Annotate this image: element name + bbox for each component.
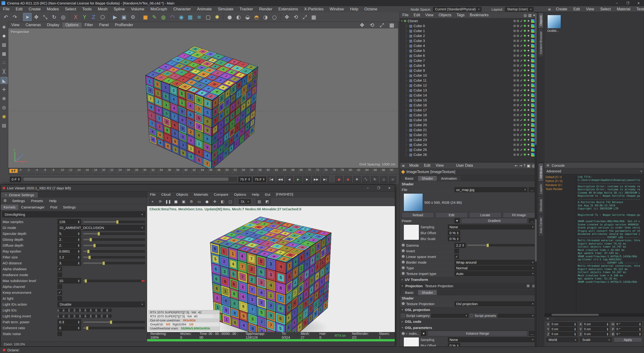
projection-tab-basic[interactable]: Basic bbox=[401, 290, 418, 295]
state-dot-icon[interactable] bbox=[524, 129, 526, 131]
console-hscrollbar[interactable] bbox=[544, 314, 644, 316]
state-dot-icon[interactable] bbox=[524, 109, 526, 111]
viewport-toggle-icon[interactable]: ▦ bbox=[310, 13, 318, 21]
twirl-icon[interactable]: ▸ bbox=[406, 332, 408, 335]
scale-key-toggle[interactable]: ⤡ bbox=[362, 176, 370, 182]
enabled-check-icon[interactable]: ✓ bbox=[520, 98, 523, 102]
viewport-menu-prorender[interactable]: ProRender bbox=[112, 22, 136, 28]
light-id-checkbox[interactable] bbox=[65, 309, 68, 312]
display-mode-icon[interactable]: ◐ bbox=[234, 13, 243, 21]
state-dot-icon[interactable] bbox=[524, 20, 526, 22]
enabled-check-icon[interactable]: ✓ bbox=[520, 64, 523, 68]
object-manager-menu-bookmarks[interactable]: Bookmarks bbox=[467, 12, 491, 18]
twirl-icon[interactable]: ▾ bbox=[402, 308, 403, 311]
slider-handle[interactable] bbox=[110, 320, 112, 324]
am-up-icon[interactable]: ⤒ bbox=[524, 164, 526, 168]
light-ids-action-select[interactable]: Disable▾ bbox=[58, 302, 145, 307]
workplane-lock-tool[interactable]: ▤ bbox=[0, 122, 8, 129]
edges-mode-tool[interactable]: ╳ bbox=[0, 68, 8, 75]
menu-volume[interactable]: Volume bbox=[128, 6, 148, 12]
phong-tag-icon[interactable]: ✦ bbox=[527, 58, 530, 63]
kernel-param-slider[interactable] bbox=[83, 238, 145, 241]
phong-tag-icon[interactable]: ✦ bbox=[527, 64, 530, 68]
parameter-slider[interactable] bbox=[467, 244, 535, 246]
redo-icon[interactable]: ↷ bbox=[10, 13, 19, 21]
world-select[interactable]: World▾ bbox=[546, 338, 578, 342]
layer-toggle-icon[interactable] bbox=[514, 44, 516, 47]
object-row[interactable]: ▧Cube 4✓✦ bbox=[400, 43, 537, 48]
phong-tag-icon[interactable]: ✦ bbox=[527, 44, 530, 48]
enabled-check-icon[interactable]: ✓ bbox=[520, 152, 523, 157]
dl-mode-select[interactable]: DL▾ bbox=[239, 199, 251, 204]
layer-toggle-icon[interactable] bbox=[517, 84, 519, 86]
add-simulate-menu[interactable]: ≋ bbox=[195, 13, 204, 21]
enabled-check-icon[interactable]: ✓ bbox=[520, 73, 523, 78]
preview-end-field[interactable]: 75 F▲▼ bbox=[253, 176, 266, 182]
dock-tab-layers[interactable]: Layers bbox=[539, 182, 543, 196]
slider-handle[interactable] bbox=[486, 244, 489, 247]
octane-viewer-menu-file[interactable]: File bbox=[147, 192, 158, 197]
object-manager-menu-edit[interactable]: Edit bbox=[411, 12, 423, 18]
material-menu-create[interactable]: Create bbox=[553, 6, 570, 12]
phong-tag-icon[interactable]: ✦ bbox=[527, 73, 530, 78]
enabled-check-icon[interactable]: ✓ bbox=[520, 83, 523, 88]
layer-toggle-icon[interactable] bbox=[517, 50, 519, 52]
ao-distance-field[interactable]: 3.▲▼ bbox=[58, 260, 81, 266]
add-spline-menu[interactable]: ✎ bbox=[150, 13, 159, 21]
state-dot-icon[interactable] bbox=[524, 94, 526, 96]
phong-tag-icon[interactable]: ✦ bbox=[527, 152, 530, 157]
apply-button[interactable]: Apply bbox=[614, 338, 642, 342]
enabled-check-icon[interactable]: ✓ bbox=[520, 93, 523, 98]
enabled-check-icon[interactable]: ✓ bbox=[520, 44, 523, 48]
sampling-field[interactable]: 0 %▲▼ bbox=[448, 343, 460, 347]
object-row[interactable]: ▧Cube 19✓✦ bbox=[400, 118, 537, 122]
phong-tag-icon[interactable]: ✦ bbox=[527, 54, 530, 58]
kernel-param-slider[interactable] bbox=[83, 244, 145, 247]
phong-tag-icon[interactable]: ✦ bbox=[527, 34, 530, 38]
state-dot-icon[interactable] bbox=[524, 64, 526, 66]
material-picker-icon[interactable]: ✜ bbox=[211, 198, 218, 205]
attribute-group-osl-projection[interactable]: ▾OSL projection bbox=[400, 306, 537, 313]
maximize-button[interactable]: ❐ bbox=[622, 0, 633, 6]
grid-icon[interactable]: ⊞ bbox=[526, 284, 530, 288]
osl-options-button[interactable]: ... bbox=[529, 331, 535, 336]
parameter-key-toggle[interactable]: ◇ bbox=[380, 176, 388, 182]
coordinate-field[interactable]: 0 cm▲▼ bbox=[550, 332, 577, 336]
light-id-checkbox[interactable] bbox=[81, 314, 84, 318]
phong-tag-icon[interactable]: ✦ bbox=[527, 103, 530, 107]
layer-toggle-icon[interactable] bbox=[514, 40, 516, 42]
coordinate-field[interactable]: 0 cm▲▼ bbox=[583, 322, 610, 326]
texture-mode-tool[interactable]: ▨ bbox=[0, 41, 8, 48]
om-search-icon[interactable]: ◎ bbox=[524, 13, 527, 18]
layer-toggle-icon[interactable] bbox=[514, 99, 516, 102]
gear-icon[interactable]: ⚙ bbox=[2, 198, 8, 203]
keyframe-dot-icon[interactable] bbox=[402, 272, 405, 275]
menu-modes[interactable]: Modes bbox=[44, 6, 62, 12]
object-row[interactable]: ▧Cube 7✓✦ bbox=[400, 58, 537, 63]
layer-toggle-icon[interactable] bbox=[517, 69, 519, 72]
attribute-manager-scrollbar[interactable] bbox=[534, 162, 537, 346]
hamburger-icon[interactable]: ≡ bbox=[546, 163, 550, 168]
enable-axis-tool[interactable]: ⊕ bbox=[0, 95, 8, 102]
goto-start-button[interactable]: |◀ bbox=[268, 176, 275, 182]
attribute-group-uv-transform[interactable]: ▸UV Transform bbox=[400, 276, 537, 282]
expand-arrow-icon[interactable]: ▾ bbox=[401, 19, 402, 22]
coordinate-field[interactable]: 0 °▲▼ bbox=[615, 327, 642, 331]
spinner-arrows-icon[interactable]: ▲▼ bbox=[457, 344, 458, 347]
viewport-solo-tool[interactable]: ◎ bbox=[0, 104, 8, 111]
denoise-icon[interactable]: ◩ bbox=[264, 198, 270, 205]
spinner-arrows-icon[interactable]: ▲▼ bbox=[263, 178, 264, 181]
layer-toggle-icon[interactable] bbox=[517, 94, 519, 96]
state-dot-icon[interactable] bbox=[524, 84, 526, 86]
layer-toggle-icon[interactable] bbox=[517, 148, 519, 151]
octane-tab-post[interactable]: Post bbox=[48, 204, 60, 210]
enabled-check-icon[interactable]: ✓ bbox=[520, 118, 523, 122]
phong-tag-icon[interactable]: ✦ bbox=[527, 78, 530, 82]
light-id-checkbox[interactable] bbox=[103, 314, 106, 318]
keyframe-dot-icon[interactable] bbox=[470, 314, 473, 317]
phong-tag-icon[interactable]: ✦ bbox=[527, 133, 530, 137]
light-id-checkbox[interactable] bbox=[86, 309, 90, 312]
layer-toggle-icon[interactable] bbox=[514, 69, 516, 72]
state-dot-icon[interactable] bbox=[524, 99, 526, 101]
object-row[interactable]: ▧Cube 22✓✦ bbox=[400, 132, 537, 137]
